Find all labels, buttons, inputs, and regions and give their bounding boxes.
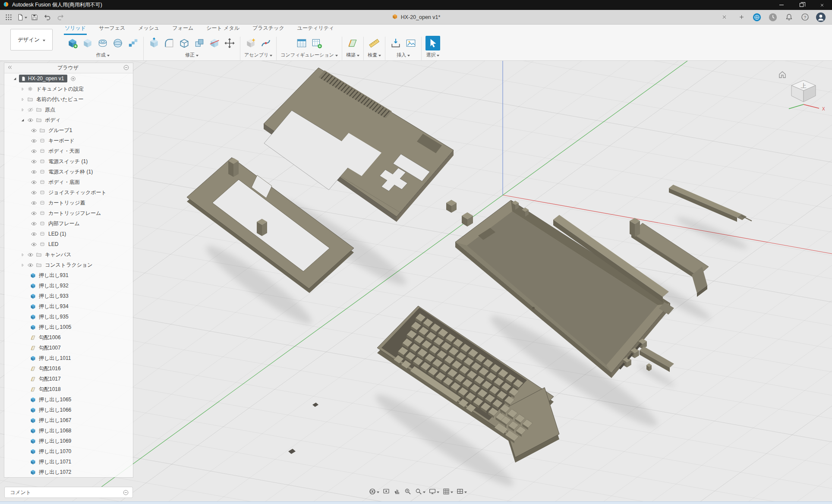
display-settings-button[interactable]	[428, 486, 440, 497]
ribbon-group-label[interactable]: 構築	[346, 52, 359, 58]
browser-item[interactable]: 名前の付いたビュー	[4, 94, 133, 104]
ribbon-tab-4[interactable]: シート メタル	[205, 23, 240, 35]
redo-icon[interactable]	[54, 11, 66, 23]
feature-row[interactable]: 押し出し932	[4, 280, 133, 291]
feature-row[interactable]: 押し出し933	[4, 291, 133, 301]
browser-item[interactable]: 電源スイッチ枠 (1)	[4, 167, 133, 177]
browser-item[interactable]: グループ1	[4, 125, 133, 135]
visibility-toggle[interactable]	[29, 158, 38, 165]
notifications-icon[interactable]	[783, 11, 795, 23]
viewcube[interactable]: 上 X	[776, 66, 831, 118]
tool-fillet-button[interactable]	[163, 37, 176, 50]
browser-item[interactable]: キャンバス	[4, 249, 133, 260]
visibility-toggle[interactable]	[29, 138, 38, 144]
tool-construct-plane-button[interactable]	[346, 37, 359, 50]
ribbon-tab-2[interactable]: メッシュ	[137, 23, 160, 35]
feature-row[interactable]: 押し出し1065	[4, 394, 133, 405]
browser-item[interactable]: 電源スイッチ (1)	[4, 156, 133, 167]
tool-split-button[interactable]	[208, 37, 221, 50]
ribbon-tab-6[interactable]: ユーティリティ	[296, 23, 335, 35]
browser-item[interactable]: ジョイスティックポート	[4, 187, 133, 198]
ribbon-group-label[interactable]: 修正	[185, 52, 199, 58]
visibility-toggle[interactable]	[29, 148, 38, 154]
browser-item[interactable]: 内部フレーム	[4, 218, 133, 229]
tool-pattern-button[interactable]	[126, 37, 139, 50]
model-cartridge-lid[interactable]	[669, 185, 752, 222]
tool-new-solid-button[interactable]	[66, 37, 79, 50]
minimize-panel-icon[interactable]	[123, 64, 129, 72]
feature-row[interactable]: 勾配1017	[4, 374, 133, 384]
feature-row[interactable]: 勾配1018	[4, 384, 133, 394]
feature-row[interactable]: 押し出し935	[4, 312, 133, 322]
feature-row[interactable]: 押し出し1011	[4, 353, 133, 363]
model-keyboard[interactable]	[377, 306, 559, 463]
tool-press-pull-button[interactable]	[148, 37, 161, 50]
browser-item[interactable]: ボディ・底面	[4, 177, 133, 187]
ribbon-tab-0[interactable]: ソリッド	[64, 23, 87, 35]
tool-box-button[interactable]	[81, 37, 94, 50]
feature-row[interactable]: 勾配1006	[4, 332, 133, 343]
close-tab-icon[interactable]	[718, 11, 730, 23]
help-icon[interactable]: ?	[799, 11, 811, 23]
ribbon-group-label[interactable]: 作成	[96, 52, 110, 58]
visibility-toggle[interactable]	[29, 179, 38, 186]
app-grid-menu-icon[interactable]	[3, 11, 15, 23]
undo-icon[interactable]	[41, 11, 54, 23]
avatar[interactable]	[815, 11, 827, 23]
visibility-toggle[interactable]	[26, 262, 35, 268]
visibility-toggle[interactable]	[29, 210, 38, 217]
tool-measure-button[interactable]	[368, 37, 381, 50]
tool-config-insert-button[interactable]	[310, 37, 323, 50]
file-menu-icon[interactable]	[16, 11, 28, 23]
visibility-toggle[interactable]	[26, 252, 35, 258]
expand-node-icon[interactable]	[19, 263, 26, 268]
feature-row[interactable]: 押し出し1069	[4, 436, 133, 446]
tool-move-button[interactable]	[223, 37, 236, 50]
visibility-toggle[interactable]	[26, 117, 35, 123]
activate-component-icon[interactable]	[70, 76, 76, 82]
new-tab-icon[interactable]	[735, 11, 747, 23]
zoom-button[interactable]	[414, 486, 426, 497]
visibility-toggle[interactable]	[29, 127, 38, 134]
ribbon-tab-3[interactable]: フォーム	[171, 23, 194, 35]
expand-icon[interactable]	[11, 76, 18, 81]
minimize-button[interactable]	[771, 0, 791, 10]
ribbon-group-label[interactable]: 検査	[368, 52, 381, 58]
viewports-button[interactable]	[455, 486, 468, 497]
browser-item[interactable]: カートリッジフレーム	[4, 208, 133, 218]
feature-row[interactable]: 押し出し934	[4, 301, 133, 312]
expand-node-icon[interactable]	[19, 97, 26, 102]
tool-pipe-button[interactable]	[96, 37, 109, 50]
browser-item[interactable]: カートリッジ蓋	[4, 198, 133, 208]
feature-row[interactable]: 勾配1007	[4, 343, 133, 353]
tool-shell-button[interactable]	[178, 37, 191, 50]
restore-button[interactable]	[791, 0, 812, 10]
visibility-toggle[interactable]	[29, 241, 38, 248]
feature-row[interactable]: 押し出し1068	[4, 425, 133, 436]
grid-settings-button[interactable]	[441, 486, 454, 497]
pan-button[interactable]	[392, 486, 402, 497]
feature-row[interactable]: 押し出し1070	[4, 446, 133, 457]
tool-configuration-button[interactable]	[295, 37, 308, 50]
browser-item[interactable]: LED	[4, 239, 133, 249]
ribbon-group-label[interactable]: 挿入	[397, 52, 410, 58]
tool-new-component-button[interactable]	[244, 37, 257, 50]
tool-select-button[interactable]	[425, 36, 440, 50]
visibility-toggle[interactable]	[29, 189, 38, 196]
job-status-icon[interactable]	[767, 11, 779, 23]
visibility-toggle[interactable]	[29, 200, 38, 206]
browser-item[interactable]: キーボード	[4, 135, 133, 146]
workspace-selector[interactable]: デザイン	[10, 29, 53, 50]
root-selection[interactable]: HX-20_open v1	[19, 75, 67, 82]
browser-item[interactable]: ボディ	[4, 115, 133, 125]
ribbon-group-label[interactable]: コンフィギュレーション	[280, 52, 338, 58]
browser-item[interactable]: コンストラクション	[4, 260, 133, 270]
collapse-panel-icon[interactable]	[7, 64, 13, 72]
feature-row[interactable]: 押し出し1066	[4, 405, 133, 415]
expand-node-icon[interactable]	[19, 252, 26, 257]
browser-item[interactable]: ボディ・天面	[4, 146, 133, 156]
feature-row[interactable]: 押し出し1071	[4, 457, 133, 467]
browser-item[interactable]: ドキュメントの設定	[4, 84, 133, 94]
close-button[interactable]	[812, 0, 832, 10]
expand-node-icon[interactable]	[19, 107, 26, 112]
